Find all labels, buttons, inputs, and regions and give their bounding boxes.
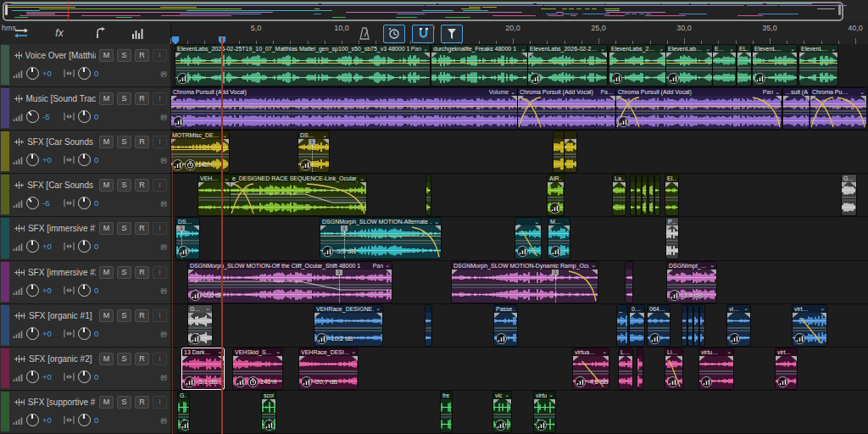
- chevron-down-icon[interactable]: ⌄: [726, 348, 732, 355]
- audio-clip[interactable]: scott…: [262, 392, 275, 432]
- track-lane[interactable]: ElevenLabs_2026-02-25T19_10_07_Matthias …: [171, 44, 868, 87]
- audio-clip[interactable]: DSGNMorph_SLOW MOTION-Alternate …⌄1-3,1 …: [320, 218, 441, 259]
- fade-in-handle[interactable]: [188, 270, 194, 275]
- audio-clip[interactable]: [637, 175, 641, 215]
- audio-clip[interactable]: E…⌄: [713, 45, 736, 86]
- audio-clip[interactable]: DSGNMorph_SLOW MOTION-Off the Cliff_Ocul…: [188, 262, 392, 303]
- clip-volume-icon[interactable]: [701, 376, 712, 387]
- track-i-button[interactable]: I: [153, 353, 167, 365]
- audio-clip[interactable]: ElevenLabs_2026-02-2…⌄: [528, 45, 607, 86]
- clip-volume-icon[interactable]: [264, 420, 275, 431]
- fade-in-handle[interactable]: [616, 96, 622, 101]
- clip-volume-icon[interactable]: [495, 420, 506, 431]
- fade-out-handle[interactable]: [276, 356, 282, 361]
- track-r-button[interactable]: R: [135, 136, 149, 148]
- chevron-down-icon[interactable]: ⌄: [534, 219, 539, 225]
- pan-knob[interactable]: [78, 67, 91, 80]
- clip-badges[interactable]: [649, 333, 660, 344]
- chevron-down-icon[interactable]: ⌄: [351, 348, 356, 355]
- fade-in-handle[interactable]: [233, 356, 239, 361]
- track-s-button[interactable]: S: [117, 49, 131, 62]
- fade-out-handle[interactable]: [592, 270, 598, 275]
- volume-value[interactable]: +0: [42, 372, 53, 381]
- chevron-down-icon[interactable]: ⌄: [790, 46, 795, 53]
- fade-in-handle[interactable]: [842, 182, 848, 187]
- audio-clip[interactable]: AIR…: [548, 175, 564, 215]
- track-lane[interactable]: G…⌄VEHRace_DESIGNE…⌄-10,2 dBPasse…_0…064…: [171, 304, 868, 348]
- audio-clip[interactable]: virtu…⌄: [534, 392, 555, 432]
- track-i-button[interactable]: I: [153, 266, 167, 279]
- clip-automation-label[interactable]: Pan: [411, 46, 421, 52]
- track-lane[interactable]: G…scott…fre…vic…⌄virtu…⌄: [171, 391, 868, 434]
- track-r-button[interactable]: R: [135, 92, 149, 105]
- fade-in-handle[interactable]: [528, 53, 534, 58]
- track-lane[interactable]: DSGNMorph_SLOW MOTION-Off the Cliff_Ocul…: [171, 261, 868, 304]
- volume-value[interactable]: -6: [42, 198, 53, 208]
- fade-in-handle[interactable]: [727, 313, 733, 318]
- route-tool-icon[interactable]: [90, 25, 110, 42]
- fade-in-handle[interactable]: [548, 225, 554, 231]
- track-m-button[interactable]: M: [99, 136, 114, 148]
- chevron-down-icon[interactable]: ⌄: [275, 348, 281, 355]
- track-r-button[interactable]: R: [135, 179, 149, 192]
- track-m-button[interactable]: M: [99, 92, 114, 105]
- clip-volume-icon[interactable]: [667, 376, 678, 387]
- chevron-down-icon[interactable]: ⌄: [729, 46, 734, 53]
- clip-badges[interactable]: -20,7 dB: [301, 376, 337, 387]
- fade-out-handle[interactable]: [706, 53, 712, 58]
- fade-out-handle[interactable]: [376, 313, 382, 318]
- audio-clip[interactable]: Chroma Pursuit (Add Vocal)Volume⌄: [171, 88, 517, 129]
- clip-volume-icon[interactable]: [184, 376, 195, 387]
- fade-out-handle[interactable]: [659, 53, 665, 58]
- fade-out-handle[interactable]: [352, 356, 358, 361]
- audio-clip[interactable]: virt…: [776, 348, 797, 389]
- clip-automation-label[interactable]: Pa…: [600, 89, 614, 95]
- fade-in-handle[interactable]: [231, 182, 236, 187]
- track-header[interactable]: SFX [organic #2]MSRI+00((•)): [0, 348, 170, 391]
- audio-clip[interactable]: VEHSkid_S…⌄140%: [233, 348, 282, 389]
- clip-badges[interactable]: 140%: [172, 159, 214, 170]
- fade-in-handle[interactable]: [171, 96, 177, 101]
- clip-badges[interactable]: [264, 420, 275, 431]
- fade-out-handle[interactable]: [225, 182, 231, 187]
- chevron-down-icon[interactable]: ⌄: [659, 46, 664, 53]
- chevron-down-icon[interactable]: ⌄: [222, 132, 227, 139]
- chevron-down-icon[interactable]: ⌄: [510, 89, 515, 96]
- track-m-button[interactable]: M: [99, 266, 114, 279]
- clip-badges[interactable]: [550, 246, 561, 257]
- pan-knob[interactable]: [78, 240, 91, 253]
- volume-knob[interactable]: [26, 414, 39, 426]
- clip-badges[interactable]: [495, 420, 506, 431]
- fade-in-handle[interactable]: [182, 356, 188, 361]
- fade-in-handle[interactable]: [613, 182, 619, 187]
- fade-in-handle[interactable]: [630, 313, 636, 318]
- track-i-button[interactable]: I: [153, 396, 167, 409]
- pan-value[interactable]: 0: [94, 415, 105, 425]
- fade-out-handle[interactable]: [791, 356, 797, 361]
- audio-clip[interactable]: virtua…⌄-4,8 dB: [573, 348, 609, 389]
- fade-in-handle[interactable]: [573, 356, 579, 361]
- volume-knob[interactable]: [26, 370, 39, 383]
- fade-in-handle[interactable]: [609, 53, 615, 58]
- track-m-button[interactable]: M: [99, 353, 114, 365]
- audio-clip[interactable]: VEHRace_DESI…⌄-20,7 dB: [299, 348, 358, 389]
- audio-clip[interactable]: 13 Dark…⌄-5,1 dB: [182, 348, 224, 389]
- fade-out-handle[interactable]: [620, 182, 626, 187]
- clip-marker[interactable]: 1: [341, 225, 348, 231]
- clip-volume-icon[interactable]: [611, 73, 622, 84]
- fade-out-handle[interactable]: [435, 225, 441, 231]
- track-s-button[interactable]: S: [117, 179, 131, 192]
- audio-clip[interactable]: vi…⌄: [727, 305, 750, 346]
- chevron-down-icon[interactable]: ⌄: [820, 305, 825, 312]
- clip-badges[interactable]: [173, 116, 184, 127]
- track-header[interactable]: SFX [Car Sounds #2]MSRI-60((•)): [0, 174, 170, 217]
- fade-in-handle[interactable]: [515, 225, 521, 231]
- fade-in-handle[interactable]: [548, 182, 554, 187]
- pan-value[interactable]: 0: [94, 155, 105, 164]
- fade-in-handle[interactable]: [619, 356, 625, 361]
- fade-out-handle[interactable]: [727, 356, 733, 361]
- track-header[interactable]: Music [Sound Track O.V.]MSRI-50((•)): [0, 87, 170, 131]
- track-i-button[interactable]: I: [153, 92, 167, 105]
- audio-clip[interactable]: [554, 131, 564, 172]
- audio-clip[interactable]: P…: [666, 218, 678, 259]
